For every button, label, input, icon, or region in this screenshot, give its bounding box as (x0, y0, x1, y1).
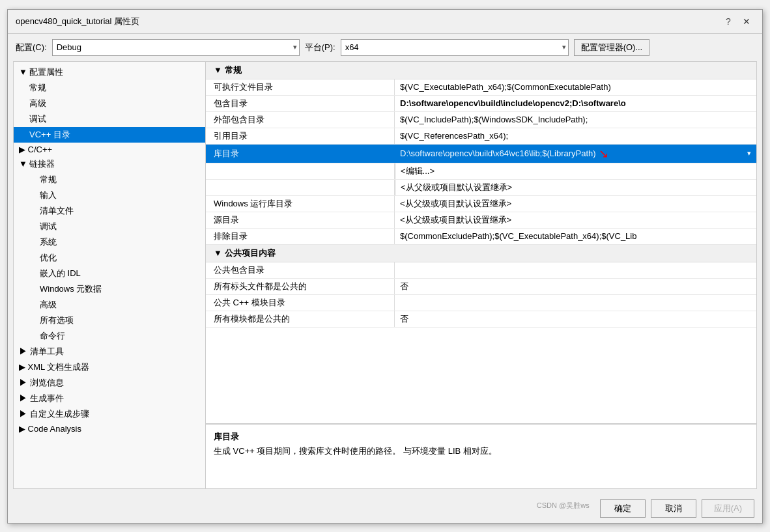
prop-name-src-path: 源目录 (206, 212, 395, 228)
prop-row-all-modules-public[interactable]: 所有模块都是公共的否 (206, 311, 756, 328)
prop-row-ref-path[interactable]: 引用目录$(VC_ReferencesPath_x64); (206, 128, 756, 145)
prop-row-win-rt-path[interactable]: Windows 运行库目录<从父级或项目默认设置继承> (206, 196, 756, 212)
prop-row-pub-include[interactable]: 公共包含目录 (206, 262, 756, 279)
tree-item-manifest-tool[interactable]: ▶ 清单工具 (14, 344, 205, 359)
tree-item-advanced[interactable]: 高级 (14, 96, 205, 111)
prop-name-all-headers-public: 所有标头文件都是公共的 (206, 279, 395, 294)
section-header-general: ▼ 常规 (206, 62, 756, 79)
prop-value-exclude-path: $(CommonExcludePath);$(VC_ExecutablePath… (395, 229, 756, 244)
properties-area: ▼ 常规可执行文件目录$(VC_ExecutablePath_x64);$(Co… (206, 62, 756, 423)
platform-combo[interactable]: x64 (341, 39, 569, 56)
desc-title: 库目录 (214, 431, 749, 443)
ok-button[interactable]: 确定 (600, 499, 646, 518)
prop-row-include-path[interactable]: 包含目录D:\software\opencv\build\include\ope… (206, 96, 756, 112)
dropdown-item-value[interactable]: <从父级或项目默认设置继承> (395, 180, 756, 195)
prop-row-exec-path[interactable]: 可执行文件目录$(VC_ExecutablePath_x64);$(Common… (206, 79, 756, 96)
dropdown-item-name (206, 163, 395, 179)
tree-item-cpp[interactable]: ▶ C/C++ (14, 143, 205, 156)
tree-item-debug[interactable]: 调试 (14, 111, 205, 127)
prop-value-pub-cpp-module (395, 295, 756, 311)
watermark: CSDN @吴胜ws (532, 499, 595, 518)
desc-text: 生成 VC++ 项目期间，搜索库文件时使用的路径。 与环境变量 LIB 相对应。 (214, 445, 749, 457)
prop-name-lib-path: 库目录 (206, 145, 395, 163)
tree-item-general[interactable]: 常规 (14, 80, 205, 96)
prop-name-include-path: 包含目录 (206, 96, 395, 111)
config-manager-button[interactable]: 配置管理器(O)... (574, 39, 650, 56)
apply-button[interactable]: 应用(A) (702, 499, 754, 518)
tree-item-linker-system[interactable]: 系统 (14, 234, 205, 250)
prop-name-win-rt-path: Windows 运行库目录 (206, 196, 395, 212)
tree-item-xml-gen[interactable]: ▶ XML 文档生成器 (14, 359, 205, 375)
prop-row-pub-cpp-module[interactable]: 公共 C++ 模块目录 (206, 295, 756, 311)
tree-item-linker-optimize[interactable]: 优化 (14, 250, 205, 266)
prop-row-src-path[interactable]: 源目录<从父级或项目默认设置继承> (206, 212, 756, 229)
prop-name-exec-path: 可执行文件目录 (206, 79, 395, 95)
section-header-public-items: ▼ 公共项目内容 (206, 245, 756, 262)
tree-item-vc-dirs[interactable]: VC++ 目录 (14, 127, 205, 143)
tree-item-linker-winmeta[interactable]: Windows 元数据 (14, 281, 205, 297)
close-button[interactable]: ✕ (739, 15, 754, 28)
properties-dialog: opencv480_quick_tutorial 属性页 ? ✕ 配置(C): … (7, 9, 763, 524)
tree-item-linker-general[interactable]: 常规 (14, 172, 205, 188)
prop-value-win-rt-path: <从父级或项目默认设置继承> (395, 196, 756, 212)
prop-name-exclude-path: 排除目录 (206, 229, 395, 244)
prop-value-lib-path[interactable]: D:\software\opencv\build\x64\vc16\lib;$(… (395, 145, 756, 163)
description-area: 库目录 生成 VC++ 项目期间，搜索库文件时使用的路径。 与环境变量 LIB … (206, 423, 756, 488)
dropdown-item[interactable]: <编辑...> (206, 163, 756, 180)
bottom-buttons: CSDN @吴胜ws 确定 取消 应用(A) (8, 494, 762, 523)
cancel-button[interactable]: 取消 (651, 499, 696, 518)
title-bar: opencv480_quick_tutorial 属性页 ? ✕ (8, 10, 762, 34)
prop-value-all-headers-public: 否 (395, 279, 756, 294)
prop-name-pub-include: 公共包含目录 (206, 262, 395, 278)
prop-value-exec-path: $(VC_ExecutablePath_x64);$(CommonExecuta… (395, 79, 756, 95)
tree-item-linker[interactable]: ▼ 链接器 (14, 156, 205, 172)
prop-name-ext-include-path: 外部包含目录 (206, 112, 395, 128)
prop-name-all-modules-public: 所有模块都是公共的 (206, 311, 395, 327)
tree-item-browse-info[interactable]: ▶ 浏览信息 (14, 375, 205, 391)
dialog-title: opencv480_quick_tutorial 属性页 (16, 16, 139, 27)
tree-item-linker-advanced[interactable]: 高级 (14, 297, 205, 313)
prop-value-all-modules-public: 否 (395, 311, 756, 327)
left-panel: ▼ 配置属性常规高级调试VC++ 目录▶ C/C++▼ 链接器常规输入清单文件调… (14, 62, 206, 488)
platform-label: 平台(P): (305, 42, 335, 53)
tree-item-code-analysis[interactable]: ▶ Code Analysis (14, 422, 205, 436)
tree-item-custom-steps[interactable]: ▶ 自定义生成步骤 (14, 406, 205, 422)
tree-item-build-events[interactable]: ▶ 生成事件 (14, 391, 205, 406)
prop-row-all-headers-public[interactable]: 所有标头文件都是公共的否 (206, 279, 756, 295)
dropdown-item-value[interactable]: <编辑...> (395, 163, 756, 179)
tree-item-linker-manifest[interactable]: 清单文件 (14, 203, 205, 219)
prop-value-ext-include-path: $(VC_IncludePath);$(WindowsSDK_IncludePa… (395, 112, 756, 128)
tree-item-linker-input[interactable]: 输入 (14, 188, 205, 203)
prop-value-src-path: <从父级或项目默认设置继承> (395, 212, 756, 228)
help-button[interactable]: ? (720, 15, 736, 28)
prop-row-ext-include-path[interactable]: 外部包含目录$(VC_IncludePath);$(WindowsSDK_Inc… (206, 112, 756, 128)
title-bar-controls: ? ✕ (720, 15, 754, 28)
main-area: ▼ 配置属性常规高级调试VC++ 目录▶ C/C++▼ 链接器常规输入清单文件调… (13, 61, 757, 489)
platform-combo-wrapper: x64 (341, 39, 569, 56)
dropdown-item[interactable]: <从父级或项目默认设置继承> (206, 180, 756, 196)
toolbar-row: 配置(C): Debug 平台(P): x64 配置管理器(O)... (8, 34, 762, 61)
dropdown-item-name (206, 180, 395, 195)
config-combo[interactable]: Debug (52, 39, 300, 56)
tree-item-linker-allopts[interactable]: 所有选项 (14, 313, 205, 328)
prop-row-exclude-path[interactable]: 排除目录$(CommonExcludePath);$(VC_Executable… (206, 229, 756, 245)
tree-item-linker-cmd[interactable]: 命令行 (14, 328, 205, 344)
tree-item-linker-idl[interactable]: 嵌入的 IDL (14, 266, 205, 281)
tree-item-linker-debug[interactable]: 调试 (14, 219, 205, 234)
config-combo-wrapper: Debug (52, 39, 300, 56)
prop-value-ref-path: $(VC_ReferencesPath_x64); (395, 128, 756, 144)
right-panel: ▼ 常规可执行文件目录$(VC_ExecutablePath_x64);$(Co… (206, 62, 756, 488)
config-label: 配置(C): (16, 42, 47, 53)
prop-row-lib-path[interactable]: 库目录D:\software\opencv\build\x64\vc16\lib… (206, 145, 756, 163)
prop-name-ref-path: 引用目录 (206, 128, 395, 144)
prop-name-pub-cpp-module: 公共 C++ 模块目录 (206, 295, 395, 311)
prop-value-pub-include (395, 262, 756, 278)
tree-item-config-props[interactable]: ▼ 配置属性 (14, 64, 205, 80)
prop-value-include-path: D:\software\opencv\build\include\opencv2… (395, 96, 756, 111)
